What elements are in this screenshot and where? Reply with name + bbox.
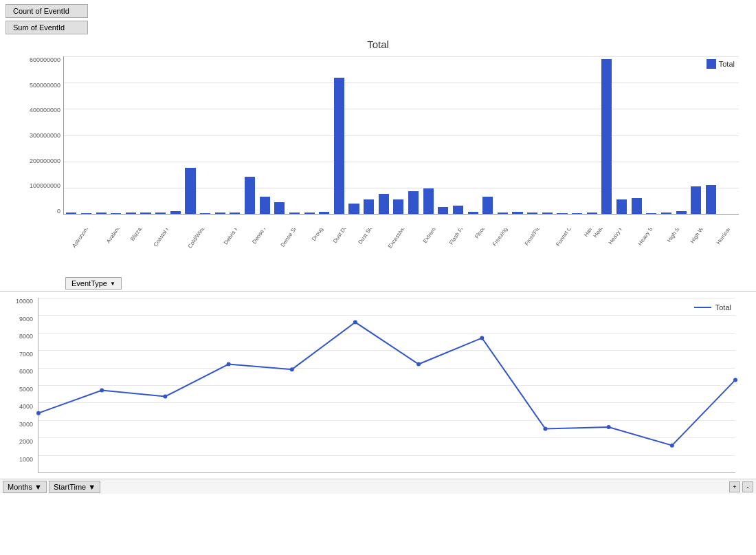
- bar-wrapper: [510, 56, 525, 214]
- eventtype-dropdown-button[interactable]: EventType ▼: [65, 277, 122, 290]
- bar-item: [274, 202, 285, 214]
- bar-chart-section: Total 0 100000000 200000000 300000000 40…: [0, 39, 756, 290]
- svg-point-4: [290, 367, 294, 371]
- line-y-6: 6000: [0, 368, 36, 375]
- bar-item: [155, 213, 166, 214]
- x-label: Debris Flow: [216, 228, 245, 273]
- line-chart-section: 1000 2000 3000 4000 5000 6000 7000 8000 …: [0, 294, 756, 494]
- bar-wrapper: [362, 56, 377, 214]
- svg-point-9: [607, 425, 611, 429]
- bar-wrapper: [659, 56, 674, 214]
- bar-legend-label: Total: [719, 60, 735, 68]
- svg-point-10: [670, 444, 674, 448]
- starttime-label: StartTime: [54, 483, 86, 491]
- dropdown-arrow-icon: ▼: [110, 281, 115, 287]
- bar-item: [200, 213, 210, 214]
- starttime-dropdown-button[interactable]: StartTime ▼: [49, 481, 100, 493]
- bar-wrapper: [93, 56, 109, 214]
- line-y-10: 10000: [0, 298, 36, 305]
- y-label-1: 100000000: [7, 182, 63, 189]
- eventtype-dropdown-area: EventType ▼: [65, 277, 749, 290]
- line-y-7: 7000: [0, 351, 36, 358]
- line-legend-label: Total: [715, 303, 731, 312]
- bar-wrapper: [644, 56, 659, 214]
- x-label: High Surf: [661, 228, 684, 273]
- bar-item: [230, 213, 240, 214]
- eventtype-label: EventType: [71, 279, 107, 287]
- bar-item: [304, 213, 315, 214]
- y-label-4: 400000000: [7, 107, 63, 113]
- x-axis-labels: Astronomical...AvalancheBlizzardCoastal …: [63, 228, 739, 273]
- bar-wrapper: [704, 56, 719, 214]
- bar-item: [676, 211, 687, 214]
- bar-item: [215, 213, 225, 214]
- line-y-1: 1000: [0, 456, 36, 463]
- bar-wrapper: [138, 56, 153, 214]
- x-label: Avalanche: [100, 228, 125, 273]
- y-label-6: 600000000: [7, 56, 63, 63]
- bar-wrapper: [64, 56, 79, 214]
- x-label: Drought: [307, 228, 326, 273]
- bar-item: [111, 213, 121, 214]
- count-eventid-button[interactable]: Count of EventId: [5, 4, 88, 18]
- bar-wrapper: [421, 56, 436, 214]
- x-label: Frost/Freeze: [517, 228, 548, 273]
- bar-wrapper: [302, 56, 317, 214]
- bar-item: [601, 59, 612, 214]
- bar-item: [527, 213, 537, 214]
- line-y-axis: 1000 2000 3000 4000 5000 6000 7000 8000 …: [0, 298, 36, 473]
- bar-item: [646, 213, 656, 214]
- bar-item: [482, 197, 493, 214]
- y-label-3: 300000000: [7, 132, 63, 139]
- line-y-8: 8000: [0, 333, 36, 340]
- line-y-4: 4000: [0, 403, 36, 410]
- bar-item: [632, 198, 642, 214]
- bar-wrapper: [599, 56, 614, 214]
- bar-wrapper: [168, 56, 183, 214]
- bar-wrapper: [109, 56, 124, 214]
- bar-item: [542, 213, 553, 214]
- bar-wrapper: [540, 56, 555, 214]
- scroll-minus-button[interactable]: -: [742, 481, 753, 492]
- bar-wrapper: [332, 56, 347, 214]
- months-dropdown-arrow: ▼: [34, 483, 42, 491]
- svg-point-1: [100, 389, 104, 393]
- x-label: Heavy Snow: [630, 228, 661, 273]
- section-divider: [0, 291, 756, 292]
- scroll-plus-button[interactable]: +: [729, 481, 740, 492]
- bar-wrapper: [272, 56, 287, 214]
- bar-item: [334, 78, 344, 214]
- bar-item: [260, 197, 270, 214]
- months-dropdown-button[interactable]: Months ▼: [3, 481, 47, 493]
- bar-item: [140, 213, 151, 214]
- x-label: Flash Flood: [442, 228, 471, 273]
- bar-wrapper: [153, 56, 168, 214]
- bar-y-axis: 0 100000000 200000000 300000000 40000000…: [7, 56, 63, 215]
- bar-wrapper: [376, 56, 391, 214]
- bar-item: [661, 213, 671, 214]
- bar-chart-area: Total: [63, 56, 739, 215]
- bar-wrapper: [674, 56, 689, 214]
- svg-point-3: [227, 362, 231, 367]
- bar-wrapper: [614, 56, 630, 214]
- x-label: Flood: [471, 228, 485, 273]
- bar-item: [453, 206, 463, 214]
- svg-point-5: [353, 320, 357, 325]
- x-label: Heavy Rain: [601, 228, 630, 273]
- line-chart-drawing-area: Total: [38, 298, 735, 473]
- bar-item: [319, 212, 329, 214]
- bar-wrapper: [480, 56, 496, 214]
- line-y-3: 3000: [0, 421, 36, 428]
- sum-eventid-button[interactable]: Sum of EventId: [5, 21, 88, 34]
- svg-point-6: [416, 362, 421, 367]
- x-label: High Wind: [684, 228, 709, 273]
- top-buttons-area: Count of EventId Sum of EventId: [0, 0, 756, 39]
- bar-wrapper: [406, 56, 421, 214]
- starttime-dropdown-arrow: ▼: [88, 483, 96, 491]
- bar-wrapper: [451, 56, 466, 214]
- line-y-5: 5000: [0, 386, 36, 393]
- bar-wrapper: [436, 56, 451, 214]
- bar-item: [66, 213, 76, 214]
- line-chart-outer: 1000 2000 3000 4000 5000 6000 7000 8000 …: [0, 294, 756, 494]
- bar-wrapper: [124, 56, 139, 214]
